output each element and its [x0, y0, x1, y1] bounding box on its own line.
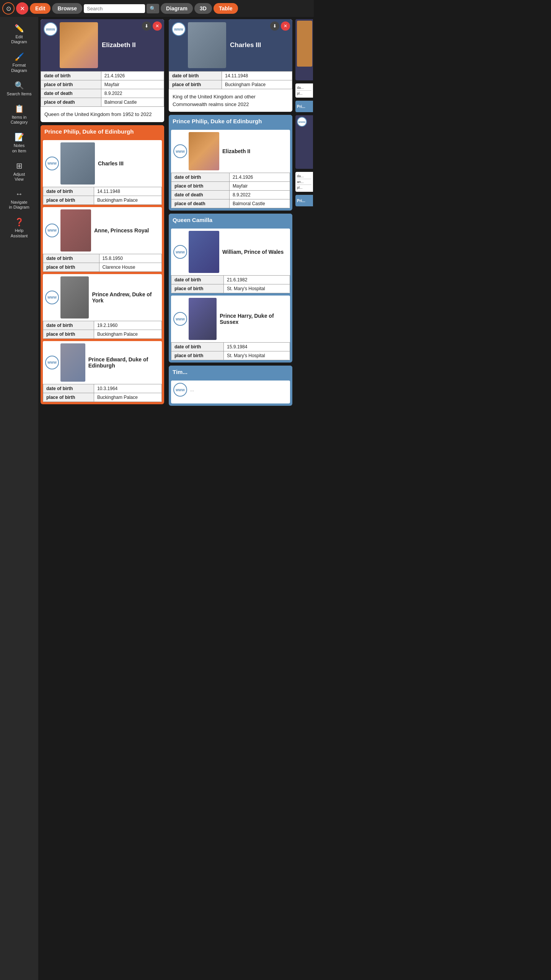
partial-fact-row: an...: [297, 179, 311, 185]
timothy-www[interactable]: www: [173, 383, 187, 397]
table-row: place of death Balmoral Castle: [171, 199, 290, 208]
table-row: place of birth Buckingham Palace: [43, 330, 162, 338]
elizabeth-ii-name: Elizabeth II: [102, 41, 161, 49]
main-layout: ✏️ EditDiagram 🖌️ FormatDiagram 🔍 Search…: [0, 17, 314, 980]
sidebar-label-search: Search Items: [7, 91, 32, 96]
anne-subcard: www Anne, Princess Royal date of birth 1…: [43, 207, 162, 272]
sidebar-item-adjust-view[interactable]: ⊞ AdjustView: [2, 158, 36, 185]
search-input[interactable]: [87, 6, 142, 11]
charles-remove-btn[interactable]: ✕: [281, 21, 290, 31]
sidebar-label-edit: EditDiagram: [11, 34, 27, 44]
charles-iii-www-main[interactable]: www: [172, 22, 186, 36]
harry-subcard: www Prince Harry, Duke of Sussex date of…: [171, 296, 290, 360]
elizabeth-ii-card: www Elizabeth II ⬇ ✕ date of birth 21.4.…: [41, 19, 164, 122]
fact-label: place of birth: [43, 393, 94, 402]
harry-subcard-header: www Prince Harry, Duke of Sussex: [171, 296, 290, 342]
sidebar-item-format-diagram[interactable]: 🖌️ FormatDiagram: [2, 49, 36, 76]
fact-value: Buckingham Palace: [222, 80, 292, 89]
partial-section-label-2: Pri...: [295, 195, 313, 206]
elizabeth-ii-description: Queen of the United Kingdom from 1952 to…: [41, 107, 164, 122]
fact-label: date of birth: [43, 254, 99, 263]
sidebar-item-edit-diagram[interactable]: ✏️ EditDiagram: [2, 21, 36, 47]
edit-btn[interactable]: Edit: [30, 3, 51, 14]
fact-value: 15.8.1950: [99, 254, 162, 263]
fact-label: place of death: [41, 98, 101, 107]
elizabeth-name-col2: Elizabeth II: [222, 148, 250, 154]
edward-www[interactable]: www: [45, 356, 59, 369]
fact-label: date of death: [171, 191, 230, 199]
fact-label: place of birth: [41, 80, 101, 89]
sidebar-label-adjust: AdjustView: [13, 172, 25, 182]
elizabeth-www-col2[interactable]: www: [173, 144, 187, 158]
elizabeth-ii-remove-btn[interactable]: ✕: [153, 21, 162, 31]
partial-card-1: [295, 19, 313, 80]
anne-www[interactable]: www: [45, 224, 59, 237]
charles-iii-www-col1[interactable]: www: [45, 157, 59, 170]
content-area: www Elizabeth II ⬇ ✕ date of birth 21.4.…: [38, 17, 314, 980]
partial-section-text-2: Pri...: [297, 199, 305, 203]
diagram-btn[interactable]: Diagram: [161, 3, 193, 14]
partial-fact-row: pl...: [297, 185, 311, 190]
table-row: date of birth 19.2.1960: [43, 321, 162, 330]
partial-facts-1: da... pl...: [295, 83, 313, 98]
fact-label: place of birth: [171, 284, 224, 293]
queen-camilla-title: Queen Camilla: [169, 214, 292, 226]
harry-www[interactable]: www: [173, 312, 187, 326]
edward-facts: date of birth 10.3.1964 place of birth B…: [43, 384, 162, 402]
partial-section-label: Pri...: [295, 101, 313, 112]
fact-label: date of birth: [43, 187, 94, 196]
table-row: date of death 8.9.2022: [41, 89, 164, 98]
sidebar-item-notes-on-item[interactable]: 📝 Noteson Item: [2, 129, 36, 156]
elizabeth-ii-desc-text: Queen of the United Kingdom from 1952 to…: [44, 111, 152, 117]
timothy-subcard: www ...: [171, 381, 290, 403]
charles-download-btn[interactable]: ⬇: [270, 21, 279, 31]
table-row: place of birth Mayfair: [171, 182, 290, 191]
search-submit-btn[interactable]: 🔍: [147, 4, 159, 13]
william-subcard-header: www William, Prince of Wales: [171, 229, 290, 275]
fact-value: 21.4.1926: [101, 72, 164, 80]
prince-philip-section-col1: Prince Philip, Duke of Edinburgh www Cha…: [41, 125, 164, 404]
anne-name: Anne, Princess Royal: [94, 227, 149, 234]
andrew-name: Prince Andrew, Duke of York: [92, 291, 160, 304]
fact-label: place of birth: [43, 196, 94, 204]
fact-value: 21.4.1926: [229, 173, 290, 182]
elizabeth-ii-download-btn[interactable]: ⬇: [142, 21, 151, 31]
elizabeth-photo-col2: [189, 132, 219, 170]
prince-philip-title-col1: Prince Philip, Duke of Edinburgh: [41, 125, 164, 138]
sidebar-item-navigate[interactable]: ↔️ Navigatein Diagram: [2, 186, 36, 213]
table-row: place of birth Buckingham Palace: [169, 80, 292, 89]
sidebar-item-search-items[interactable]: 🔍 Search Items: [2, 78, 36, 100]
william-subcard: www William, Prince of Wales date of bir…: [171, 229, 290, 293]
partial-facts-2: da... an... pl...: [295, 172, 313, 192]
fact-value: Balmoral Castle: [229, 199, 290, 208]
table-row: place of birth Buckingham Palace: [43, 196, 162, 204]
william-www[interactable]: www: [173, 245, 187, 259]
fact-value: Buckingham Palace: [94, 196, 161, 204]
fact-value: 19.2.1960: [94, 321, 161, 330]
table-row: date of birth 21.6.1982: [171, 276, 290, 284]
charles-iii-main-actions: ⬇ ✕: [270, 21, 290, 31]
browse-btn[interactable]: Browse: [52, 3, 82, 14]
sidebar-item-help[interactable]: ❓ HelpAssistant: [2, 214, 36, 241]
table-row: place of birth Clarence House: [43, 263, 162, 271]
elizabeth-ii-www-icon[interactable]: www: [44, 22, 57, 36]
andrew-subcard: www Prince Andrew, Duke of York date of …: [43, 274, 162, 339]
circle-target-btn[interactable]: ⊙: [2, 2, 15, 15]
sidebar-item-items-in-category[interactable]: 📋 Items inCategory: [2, 101, 36, 128]
partial-www: www: [297, 117, 307, 127]
elizabeth-ii-photo: [60, 22, 98, 68]
timothy-subcard-header: www ...: [171, 381, 290, 399]
fact-value: 21.6.1982: [223, 276, 290, 284]
table-btn[interactable]: Table: [214, 3, 238, 14]
fact-value: 10.3.1964: [94, 384, 161, 393]
anne-photo: [60, 209, 91, 252]
adjust-icon: ⊞: [16, 161, 23, 170]
edward-subcard: www Prince Edward, Duke of Edinburgh dat…: [43, 341, 162, 402]
fact-label: place of birth: [43, 330, 94, 338]
search-bar: [84, 4, 145, 13]
table-row: date of birth 15.8.1950: [43, 254, 162, 263]
fact-value: Buckingham Palace: [94, 330, 161, 338]
close-btn[interactable]: ✕: [16, 2, 28, 15]
andrew-www[interactable]: www: [45, 291, 59, 304]
3d-btn[interactable]: 3D: [194, 3, 212, 14]
